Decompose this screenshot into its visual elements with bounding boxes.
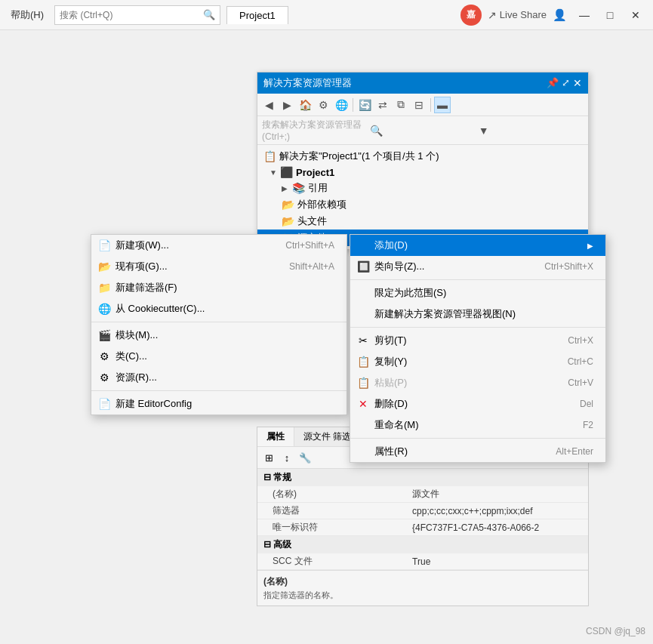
ctx-add[interactable]: 添加(D) <box>350 235 605 256</box>
props-grid-btn[interactable]: ⊞ <box>260 449 277 466</box>
tree-project[interactable]: ▼ ⬛ Project1 <box>257 165 588 180</box>
ctx-new-filter[interactable]: 📁 新建筛选器(F) <box>91 277 347 298</box>
props-table: ⊟ 常规 (名称) 源文件 筛选器 cpp;c;cc;cxx;c++;cppm;… <box>257 469 588 570</box>
references-arrow: ▶ <box>282 184 292 193</box>
toolbar-collapse-btn[interactable]: ⊟ <box>411 97 427 113</box>
toolbar-active-btn[interactable]: ▬ <box>434 97 451 113</box>
panel-title-bar: 解决方案资源管理器 📌 ⤢ ✕ <box>257 72 588 94</box>
delete-icon: ✕ <box>356 397 370 411</box>
panel-pin-icon[interactable]: 📌 <box>547 77 559 89</box>
live-share-button[interactable]: ↗ Live Share <box>488 9 547 21</box>
solution-icon: 📋 <box>263 150 277 162</box>
panel-search-bar: 搜索解决方案资源管理器(Ctrl+;) 🔍 ▼ <box>257 116 588 145</box>
tree-external-deps[interactable]: 📂 外部依赖项 <box>257 196 588 213</box>
ext-deps-icon: 📂 <box>282 199 295 211</box>
props-footer-desc: 指定筛选器的名称。 <box>263 590 582 601</box>
tree-header-files[interactable]: 📂 头文件 <box>257 213 588 230</box>
toolbar-sync-btn[interactable]: 🔄 <box>356 97 373 113</box>
ctx-editorconfig[interactable]: 📄 新建 EditorConfig <box>91 393 347 414</box>
watermark: CSDN @jq_98 <box>586 626 645 636</box>
toolbar-copy-btn[interactable]: ⧉ <box>393 97 409 113</box>
main-ctx-sep1 <box>350 279 605 280</box>
scope-icon <box>356 286 370 300</box>
solution-label: 解决方案"Project1"(1 个项目/共 1 个) <box>279 149 439 163</box>
references-label: 引用 <box>308 181 328 195</box>
toolbar-forward-btn[interactable]: ▶ <box>279 97 295 113</box>
add-icon <box>356 239 370 252</box>
minimize-button[interactable]: — <box>573 8 596 23</box>
paste-icon: 📋 <box>356 376 370 390</box>
solution-explorer-panel: 解决方案资源管理器 📌 ⤢ ✕ ◀ ▶ 🏠 ⚙ 🌐 🔄 ⇄ ⧉ ⊟ ▬ 搜索解决… <box>257 72 589 250</box>
ctx-module[interactable]: 🎬 模块(M)... <box>91 325 347 346</box>
top-bar: 帮助(H) 🔍 Project1 嘉 ↗ Live Share 👤 — □ ✕ <box>0 0 653 30</box>
toolbar-home-btn[interactable]: 🏠 <box>297 97 313 113</box>
new-item-icon: 📄 <box>97 239 111 252</box>
editorconfig-icon: 📄 <box>97 397 111 411</box>
ctx-new-solution-view[interactable]: 新建解决方案资源管理器视图(N) <box>350 304 605 325</box>
search-box[interactable]: 🔍 <box>54 5 220 25</box>
ctx-resource[interactable]: ⚙ 资源(R)... <box>91 367 347 388</box>
main-context-menu: 添加(D) 🔲 类向导(Z)... Ctrl+Shift+X 限定为此范围(S)… <box>350 234 606 463</box>
ctx-class-wizard[interactable]: 🔲 类向导(Z)... Ctrl+Shift+X <box>350 256 605 277</box>
main-ctx-sep3 <box>350 438 605 439</box>
toolbar-back-btn[interactable]: ◀ <box>260 97 277 113</box>
panel-close-icon[interactable]: ✕ <box>573 77 582 89</box>
new-view-icon <box>356 307 370 321</box>
user-avatar: 嘉 <box>460 5 482 26</box>
props-row-name: (名称) 源文件 <box>257 486 588 503</box>
props-footer: (名称) 指定筛选器的名称。 <box>257 570 588 605</box>
header-label: 头文件 <box>297 214 327 228</box>
panel-float-icon[interactable]: ⤢ <box>562 77 570 89</box>
menu-help[interactable]: 帮助(H) <box>6 7 48 23</box>
panel-title: 解决方案资源管理器 <box>263 76 352 90</box>
close-button[interactable]: ✕ <box>624 8 647 23</box>
ctx-cookiecutter[interactable]: 🌐 从 Cookiecutter(C)... <box>91 298 347 319</box>
ctx-rename[interactable]: 重命名(M) F2 <box>350 414 605 436</box>
ctx-separator-2 <box>91 390 347 391</box>
toolbar-sync2-btn[interactable]: ⇄ <box>374 97 391 113</box>
ctx-copy[interactable]: 📋 复制(Y) Ctrl+C <box>350 351 605 372</box>
panel-toolbar: ◀ ▶ 🏠 ⚙ 🌐 🔄 ⇄ ⧉ ⊟ ▬ <box>257 94 588 116</box>
toolbar-web-btn[interactable]: 🌐 <box>333 97 350 113</box>
ctx-separator-1 <box>91 322 347 322</box>
ext-deps-label: 外部依赖项 <box>297 198 347 211</box>
top-right-area: 嘉 ↗ Live Share 👤 — □ ✕ <box>460 5 647 26</box>
props-group-advanced: ⊟ 高级 <box>257 536 588 554</box>
tree-references[interactable]: ▶ 📚 引用 <box>257 180 588 196</box>
resource-icon: ⚙ <box>97 371 111 384</box>
panel-search-icon[interactable]: 🔍 <box>370 125 475 137</box>
properties-icon <box>356 445 370 458</box>
props-row-scc: SCC 文件 True <box>257 553 588 570</box>
props-row-uid: 唯一标识符 {4FC737F1-C7A5-4376-A066-2 <box>257 519 588 536</box>
cookiecutter-icon: 🌐 <box>97 302 111 316</box>
ctx-delete[interactable]: ✕ 删除(D) Del <box>350 393 605 414</box>
share-icon: ↗ <box>488 9 497 21</box>
class-wizard-icon: 🔲 <box>356 260 370 273</box>
copy-icon: 📋 <box>356 355 370 368</box>
panel-search-arrow[interactable]: ▼ <box>479 125 584 137</box>
ctx-new-item[interactable]: 📄 新建项(W)... Ctrl+Shift+A <box>91 235 347 256</box>
ctx-paste: 📋 粘贴(P) Ctrl+V <box>350 372 605 393</box>
tree-solution-root[interactable]: 📋 解决方案"Project1"(1 个项目/共 1 个) <box>257 148 588 165</box>
header-icon: 📂 <box>282 215 295 227</box>
props-tab-source[interactable]: 属性 <box>257 427 294 446</box>
new-filter-icon: 📁 <box>97 281 111 294</box>
props-settings-btn[interactable]: 🔧 <box>297 449 313 466</box>
search-icon: 🔍 <box>203 9 215 20</box>
ctx-cut[interactable]: ✂ 剪切(T) Ctrl+X <box>350 330 605 351</box>
restore-button[interactable]: □ <box>599 8 621 23</box>
panel-search-placeholder[interactable]: 搜索解决方案资源管理器(Ctrl+;) <box>262 119 367 142</box>
ctx-class[interactable]: ⚙ 类(C)... <box>91 346 347 367</box>
search-input[interactable] <box>60 10 200 20</box>
project-tab[interactable]: Project1 <box>226 6 288 24</box>
ctx-properties[interactable]: 属性(R) Alt+Enter <box>350 441 605 462</box>
props-sort-btn[interactable]: ↕ <box>279 449 295 466</box>
main-ctx-sep2 <box>350 327 605 328</box>
ctx-existing-item[interactable]: 📂 现有项(G)... Shift+Alt+A <box>91 256 347 277</box>
collab-icon: 👤 <box>553 8 567 22</box>
project-icon: ⬛ <box>280 166 294 178</box>
ctx-scope[interactable]: 限定为此范围(S) <box>350 282 605 304</box>
rename-icon <box>356 418 370 432</box>
project-arrow: ▼ <box>270 168 280 177</box>
toolbar-settings-btn[interactable]: ⚙ <box>315 97 331 113</box>
